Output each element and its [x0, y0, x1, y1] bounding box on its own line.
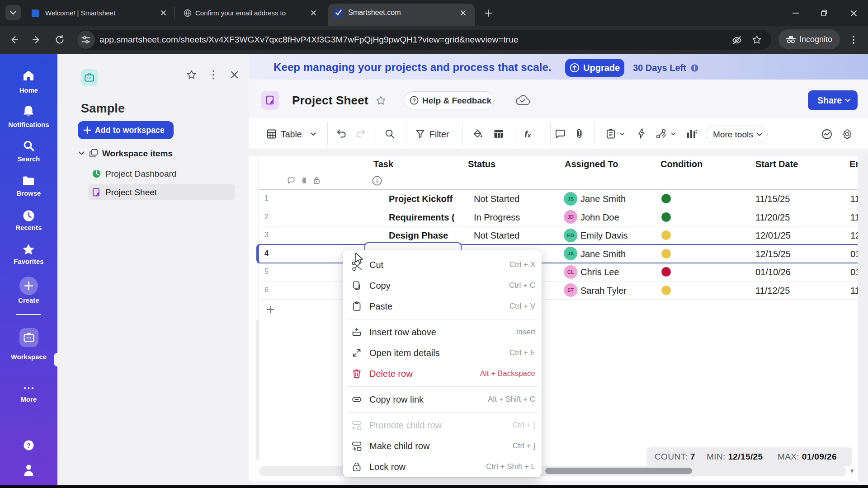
svg-text:?: ? [27, 442, 31, 449]
svg-text:?: ? [413, 98, 416, 103]
